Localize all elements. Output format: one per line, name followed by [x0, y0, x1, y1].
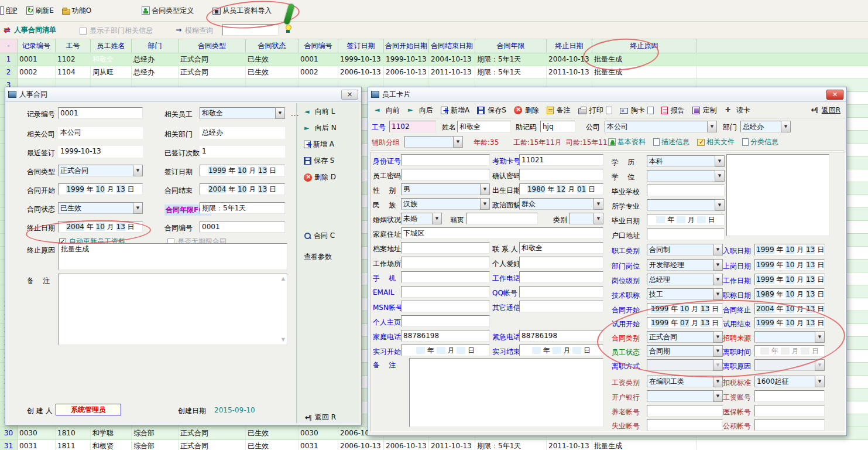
combo-box[interactable]: 1600起征▼ — [754, 376, 825, 387]
row-number-cell[interactable]: 30 — [0, 427, 18, 440]
date-input[interactable]: 年 月 日 — [647, 214, 725, 226]
combo-box[interactable]: 在编职工类▼ — [647, 376, 723, 387]
table-header-cell[interactable]: 终止原因 — [592, 39, 697, 53]
row-number-cell[interactable]: 31 — [0, 440, 18, 450]
chevron-down-icon[interactable]: ▼ — [133, 165, 143, 176]
table-header-cell[interactable]: 合同编号 — [299, 39, 338, 53]
table-cell[interactable]: 1104 — [56, 66, 91, 79]
table-header-cell[interactable]: 终止日期 — [547, 39, 592, 53]
table-cell[interactable]: 总经办 — [132, 53, 179, 66]
company-combo[interactable]: 本公司▼ — [605, 121, 717, 132]
tab-2[interactable]: 描述信息 — [653, 137, 689, 147]
table-cell[interactable]: 和学聪 — [91, 427, 132, 440]
table-header-cell[interactable]: 员工姓名 — [91, 39, 132, 53]
table-cell[interactable]: 1999-10-13 — [384, 53, 429, 66]
return-button[interactable]: 返回R — [810, 105, 840, 115]
table-cell[interactable]: 批量生成 — [592, 53, 697, 66]
lamp-icon[interactable] — [284, 24, 291, 33]
chevron-down-icon[interactable]: ▼ — [815, 359, 825, 371]
table-cell[interactable]: 期限：5年1天 — [475, 53, 547, 66]
table-cell[interactable]: 1810 — [56, 427, 91, 440]
table-header-cell[interactable]: 记录编号 — [18, 39, 56, 53]
combo-box[interactable]: ▼ — [754, 331, 825, 343]
show-subdept-checkbox[interactable]: 显示子部门相关信息 — [80, 26, 153, 36]
toolbar-button[interactable]: 新增A — [441, 105, 469, 115]
chevron-down-icon[interactable]: ▼ — [713, 345, 723, 357]
aux-group-combo[interactable]: ▼ — [404, 136, 463, 148]
chevron-down-icon[interactable]: ▼ — [815, 376, 825, 387]
table-header-cell[interactable]: 合同开始日期 — [384, 39, 429, 53]
table-cell[interactable]: 0001 — [18, 53, 56, 66]
table-cell[interactable]: 2006-10-13 — [338, 66, 384, 79]
toolbar-button[interactable]: 读卡 — [725, 105, 750, 115]
text-input[interactable] — [754, 390, 825, 402]
dept-combo[interactable]: 总经办▼ — [740, 121, 791, 132]
chevron-down-icon[interactable]: ▼ — [713, 390, 723, 402]
table-cell[interactable]: 1811 — [56, 440, 91, 450]
emp-no-input[interactable]: 1102 — [389, 121, 436, 132]
employee-dialog-titlebar[interactable]: 员工卡片 ✕ — [368, 87, 846, 102]
fuzzy-query-input[interactable] — [222, 24, 279, 36]
scroll-up-icon[interactable]: ▲ — [282, 277, 285, 281]
chevron-down-icon[interactable]: ▼ — [713, 274, 723, 285]
table-cell[interactable]: 和根贤 — [91, 440, 132, 450]
chevron-down-icon[interactable]: ▼ — [713, 244, 723, 255]
close-icon[interactable]: ✕ — [826, 90, 843, 100]
text-input[interactable] — [647, 405, 723, 417]
table-cell[interactable]: 0001 — [299, 53, 338, 66]
text-input[interactable]: 期限：5年1天 — [200, 202, 285, 214]
chevron-down-icon[interactable]: ▼ — [713, 259, 723, 271]
table-cell[interactable]: 批量生成 — [592, 440, 697, 450]
row-number-cell[interactable]: 1 — [0, 53, 18, 66]
combo-box[interactable]: 开发部经理▼ — [647, 259, 723, 271]
toolbar-button[interactable]: 打印 — [578, 105, 612, 115]
chevron-down-icon[interactable]: ▼ — [133, 202, 143, 214]
toolbar-button[interactable]: 向后 — [407, 105, 433, 115]
table-header-cell[interactable]: 工号 — [56, 39, 91, 53]
text-input[interactable] — [647, 419, 723, 431]
combo-box[interactable]: 技工▼ — [647, 288, 723, 300]
date-input[interactable]: 2004 年 10 月 13 日 — [754, 303, 825, 315]
table-cell[interactable]: 正式合同 — [179, 440, 246, 450]
table-cell[interactable]: 2004-10-13 — [547, 53, 592, 66]
date-input[interactable]: 2004 年 10 月 13 日 — [200, 183, 285, 195]
text-input[interactable] — [754, 405, 825, 417]
table-cell[interactable]: 2006-10-13 — [338, 440, 384, 450]
combo-box[interactable]: 总经理▼ — [647, 274, 723, 285]
table-cell[interactable]: 综合部 — [132, 427, 179, 440]
chevron-down-icon[interactable]: ▼ — [715, 170, 725, 182]
table-cell[interactable]: 已生效 — [246, 53, 299, 66]
combo-box[interactable]: 和敬全▼ — [200, 107, 285, 119]
table-cell[interactable]: 0031 — [299, 440, 338, 450]
chevron-down-icon[interactable]: ▼ — [815, 331, 825, 343]
table-cell[interactable]: 0030 — [299, 427, 338, 440]
tab-4[interactable]: 分类信息 — [742, 137, 778, 147]
refresh-button[interactable]: 刷新E — [26, 6, 54, 16]
text-input[interactable] — [754, 419, 825, 431]
table-cell[interactable]: 1102 — [56, 53, 91, 66]
text-input[interactable] — [647, 185, 725, 196]
chevron-down-icon[interactable]: ▼ — [275, 107, 285, 119]
table-cell[interactable]: 已生效 — [246, 440, 299, 450]
contract-type-define-button[interactable]: 合同类型定义 — [142, 6, 194, 16]
toolbar-button[interactable]: 保存S — [477, 105, 506, 115]
combo-box[interactable]: 合同期▼ — [647, 345, 723, 357]
chevron-down-icon[interactable]: ▼ — [713, 376, 723, 387]
date-input[interactable]: 1999 年 10 月 13 日 — [647, 303, 723, 315]
table-cell[interactable]: 1999-10-13 — [338, 53, 384, 66]
table-cell[interactable]: 批量生成 — [592, 66, 697, 79]
table-cell[interactable]: 0002 — [299, 66, 338, 79]
table-cell[interactable]: 正式合同 — [179, 53, 246, 66]
mnemonic-input[interactable]: hjq — [540, 121, 575, 132]
date-input[interactable]: 1999 年 10 月 13 日 — [754, 244, 825, 255]
combo-box[interactable]: 正式合同▼ — [647, 331, 723, 343]
combo-box[interactable]: 本科▼ — [647, 155, 725, 167]
table-header-cell[interactable]: 部门 — [132, 39, 179, 53]
name-input[interactable]: 和敬全 — [457, 121, 511, 132]
table-cell[interactable]: 2011-10-13 — [547, 440, 592, 450]
table-header-cell[interactable]: 合同类型 — [179, 39, 246, 53]
combo-box[interactable]: 合同制▼ — [647, 244, 723, 255]
table-cell[interactable]: 2011-10-13 — [429, 66, 475, 79]
table-cell[interactable]: 综合部 — [132, 440, 179, 450]
combo-box[interactable]: ▼ — [647, 199, 725, 211]
